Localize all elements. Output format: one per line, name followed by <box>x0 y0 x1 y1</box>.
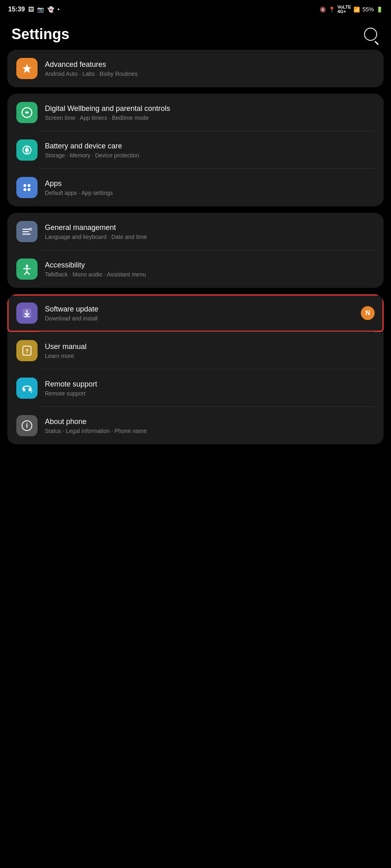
about-phone-title: About phone <box>45 417 375 426</box>
snapchat-icon: 👻 <box>47 6 54 13</box>
remote-support-text: Remote supportRemote support <box>45 380 375 397</box>
dot-indicator: • <box>58 6 60 13</box>
card-card-support: Software updateDownload and installN ? U… <box>7 294 384 444</box>
svg-point-4 <box>28 184 31 187</box>
about-phone-subtitle: Status · Legal information · Phone name <box>45 428 375 434</box>
battery-icon: 🔋 <box>376 7 383 13</box>
apps-icon <box>16 177 38 198</box>
settings-item-apps[interactable]: AppsDefault apps · App settings <box>7 169 384 206</box>
digital-wellbeing-subtitle: Screen time · App timers · Bedtime mode <box>45 115 375 121</box>
card-card-advanced: Advanced featuresAndroid Auto · Labs · B… <box>7 50 384 87</box>
general-management-title: General management <box>45 223 375 232</box>
user-manual-subtitle: Learn more <box>45 353 375 359</box>
header: Settings <box>0 17 391 50</box>
svg-point-2 <box>25 148 29 152</box>
settings-item-user-manual[interactable]: ? User manualLearn more <box>7 332 384 369</box>
svg-point-20 <box>23 388 25 391</box>
battery-care-title: Battery and device care <box>45 142 375 150</box>
svg-text:i: i <box>26 422 28 429</box>
settings-item-remote-support[interactable]: Remote supportRemote support <box>7 369 384 407</box>
card-card-management: General managementLanguage and keyboard … <box>7 213 384 288</box>
general-management-text: General managementLanguage and keyboard … <box>45 223 375 240</box>
about-phone-text: About phoneStatus · Legal information · … <box>45 417 375 434</box>
svg-text:?: ? <box>25 348 29 354</box>
settings-item-software-update[interactable]: Software updateDownload and installN <box>7 294 384 332</box>
user-manual-text: User manualLearn more <box>45 342 375 359</box>
advanced-features-icon <box>16 58 38 79</box>
remote-support-title: Remote support <box>45 380 375 389</box>
status-bar: 15:39 🖼 📷 👻 • 🔇 📍 VoLTE4G+ 📶 55% 🔋 <box>0 0 391 17</box>
svg-point-5 <box>24 188 27 191</box>
accessibility-title: Accessibility <box>45 261 375 269</box>
card-card-wellbeing: Digital Wellbeing and parental controlsS… <box>7 94 384 206</box>
advanced-features-text: Advanced featuresAndroid Auto · Labs · B… <box>45 60 375 77</box>
software-update-badge: N <box>361 306 375 320</box>
instagram-icon: 📷 <box>37 6 44 13</box>
battery-text: 55% <box>362 6 374 13</box>
settings-item-battery-care[interactable]: Battery and device careStorage · Memory … <box>7 131 384 169</box>
battery-care-subtitle: Storage · Memory · Device protection <box>45 152 375 159</box>
general-management-icon <box>16 221 38 242</box>
user-manual-title: User manual <box>45 342 375 351</box>
signal-icon: 📶 <box>353 7 360 13</box>
photo-icon: 🖼 <box>28 6 34 13</box>
remote-support-icon <box>16 378 38 399</box>
svg-point-21 <box>29 388 31 391</box>
settings-item-advanced-features[interactable]: Advanced featuresAndroid Auto · Labs · B… <box>7 50 384 87</box>
apps-text: AppsDefault apps · App settings <box>45 179 375 196</box>
mute-icon: 🔇 <box>320 7 326 13</box>
settings-item-general-management[interactable]: General managementLanguage and keyboard … <box>7 213 384 250</box>
software-update-title: Software update <box>45 305 353 314</box>
svg-rect-9 <box>22 234 31 235</box>
accessibility-text: AccessibilityTalkBack · Mono audio · Ass… <box>45 261 375 278</box>
apps-subtitle: Default apps · App settings <box>45 190 375 196</box>
user-manual-icon: ? <box>16 340 38 361</box>
digital-wellbeing-text: Digital Wellbeing and parental controlsS… <box>45 104 375 121</box>
accessibility-subtitle: TalkBack · Mono audio · Assistant menu <box>45 271 375 278</box>
apps-title: Apps <box>45 179 375 188</box>
search-icon <box>364 28 377 41</box>
accessibility-icon <box>16 258 38 280</box>
battery-care-text: Battery and device careStorage · Memory … <box>45 142 375 159</box>
settings-item-about-phone[interactable]: i About phoneStatus · Legal information … <box>7 407 384 444</box>
status-time: 15:39 <box>8 6 25 13</box>
location-icon: 📍 <box>329 7 335 13</box>
digital-wellbeing-title: Digital Wellbeing and parental controls <box>45 104 375 113</box>
software-update-text: Software updateDownload and install <box>45 305 353 322</box>
digital-wellbeing-icon <box>16 102 38 123</box>
remote-support-subtitle: Remote support <box>45 390 375 397</box>
software-update-subtitle: Download and install <box>45 315 353 322</box>
advanced-features-title: Advanced features <box>45 60 375 69</box>
svg-point-10 <box>30 228 32 230</box>
svg-rect-8 <box>22 231 29 232</box>
volte-indicator: VoLTE4G+ <box>338 5 351 14</box>
settings-item-digital-wellbeing[interactable]: Digital Wellbeing and parental controlsS… <box>7 94 384 131</box>
settings-item-accessibility[interactable]: AccessibilityTalkBack · Mono audio · Ass… <box>7 250 384 288</box>
software-update-icon <box>16 303 38 324</box>
status-left: 15:39 🖼 📷 👻 • <box>8 6 60 13</box>
settings-list: Advanced featuresAndroid Auto · Labs · B… <box>0 50 391 444</box>
svg-line-14 <box>24 272 27 274</box>
page-title: Settings <box>11 26 69 43</box>
svg-point-6 <box>28 188 31 191</box>
advanced-features-subtitle: Android Auto · Labs · Bixby Routines <box>45 71 375 77</box>
battery-care-icon <box>16 139 38 161</box>
search-button[interactable] <box>362 25 380 43</box>
svg-point-3 <box>24 184 27 187</box>
status-right: 🔇 📍 VoLTE4G+ 📶 55% 🔋 <box>320 5 383 14</box>
about-phone-icon: i <box>16 415 38 436</box>
svg-line-15 <box>27 272 29 274</box>
general-management-subtitle: Language and keyboard · Date and time <box>45 234 375 240</box>
